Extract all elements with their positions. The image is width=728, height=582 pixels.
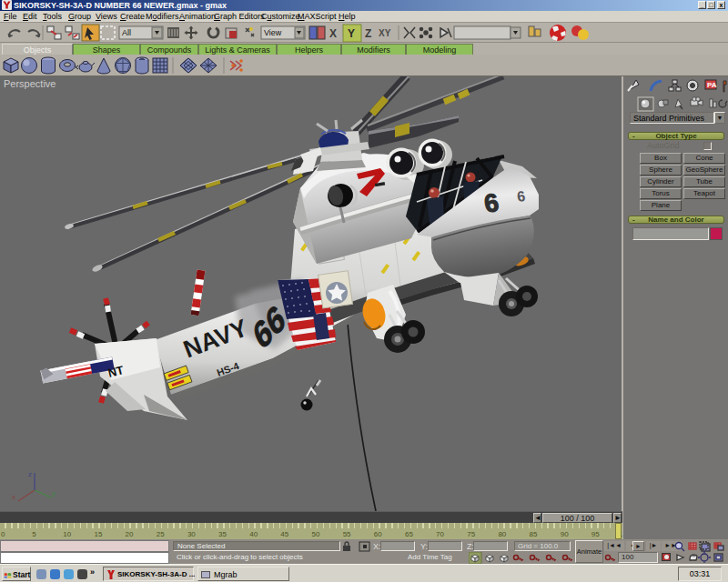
svg-text:z: z	[28, 470, 32, 478]
svg-text:All: All	[122, 28, 131, 37]
svg-text:XY: XY	[379, 28, 391, 38]
svg-text:View: View	[264, 28, 282, 37]
svg-text:PA: PA	[707, 81, 717, 89]
svg-text:Z: Z	[365, 27, 371, 40]
svg-text:x: x	[12, 493, 15, 501]
svg-text:Y: Y	[348, 27, 355, 40]
svg-text:X: X	[329, 27, 337, 40]
svg-text:y: y	[52, 489, 56, 497]
